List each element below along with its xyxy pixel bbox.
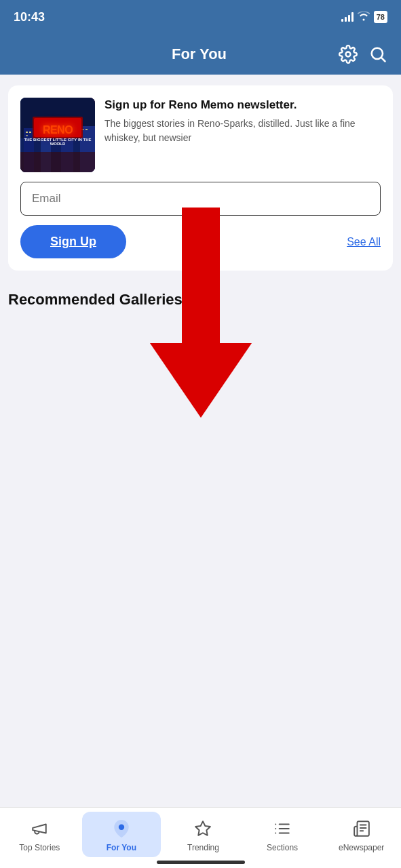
settings-button[interactable]	[339, 45, 358, 64]
reno-city-image: RENO THE BIGGEST LITTLE CITY IN THE WORL…	[20, 98, 95, 172]
list-icon	[273, 820, 291, 840]
svg-line-2	[381, 58, 385, 61]
tab-bar: Top Stories For You Trending	[0, 807, 401, 868]
tab-for-you-label: For You	[107, 843, 136, 852]
svg-point-26	[119, 825, 124, 829]
star-icon	[194, 820, 212, 840]
search-button[interactable]	[368, 45, 387, 64]
wifi-icon	[358, 12, 370, 23]
page-title: For You	[60, 45, 339, 63]
reno-subtitle-text: THE BIGGEST LITTLE CITY IN THE WORLD	[20, 138, 95, 146]
galleries-section-title: Recommended Galleries	[8, 284, 393, 319]
newsletter-title: Sign up for Reno Memo newsletter.	[104, 98, 381, 113]
newsletter-description: The biggest stories in Reno-Sparks, dist…	[104, 117, 381, 145]
newsletter-image: RENO THE BIGGEST LITTLE CITY IN THE WORL…	[20, 98, 95, 172]
newspaper-icon	[353, 820, 370, 840]
newsletter-top: RENO THE BIGGEST LITTLE CITY IN THE WORL…	[20, 98, 381, 172]
newsletter-card: RENO THE BIGGEST LITTLE CITY IN THE WORL…	[8, 85, 393, 271]
status-icons: 78	[341, 11, 387, 23]
svg-point-0	[346, 52, 351, 57]
svg-rect-23	[20, 152, 95, 172]
tab-sections-label: Sections	[267, 843, 298, 852]
tab-enewspaper[interactable]: eNewspaper	[322, 808, 401, 861]
pin-icon	[113, 820, 130, 840]
tab-for-you[interactable]: For You	[82, 812, 161, 857]
megaphone-icon	[31, 820, 48, 840]
tab-enewspaper-label: eNewspaper	[339, 843, 384, 852]
signal-bars-icon	[341, 12, 354, 22]
tab-trending[interactable]: Trending	[164, 808, 243, 861]
status-time: 10:43	[14, 10, 45, 24]
gear-icon	[339, 45, 358, 64]
buttons-row: Sign Up See All	[20, 225, 381, 258]
tab-top-stories-label: Top Stories	[19, 843, 60, 852]
tab-trending-label: Trending	[187, 843, 219, 852]
galleries-area: Recommended Galleries	[8, 284, 393, 623]
status-bar: 10:43 78	[0, 0, 401, 34]
battery-icon: 78	[374, 11, 387, 23]
home-indicator	[157, 861, 245, 864]
svg-marker-27	[196, 821, 211, 835]
tab-sections[interactable]: Sections	[243, 808, 322, 861]
email-input[interactable]	[20, 182, 381, 216]
signup-button[interactable]: Sign Up	[20, 225, 126, 258]
tab-top-stories[interactable]: Top Stories	[0, 808, 79, 861]
reno-sign-text: RENO	[20, 124, 95, 136]
see-all-button[interactable]: See All	[347, 236, 381, 248]
search-icon	[368, 45, 387, 64]
nav-header: For You	[0, 34, 401, 75]
nav-icons	[339, 45, 387, 64]
newsletter-text-block: Sign up for Reno Memo newsletter. The bi…	[104, 98, 381, 172]
main-content: RENO THE BIGGEST LITTLE CITY IN THE WORL…	[0, 75, 401, 634]
